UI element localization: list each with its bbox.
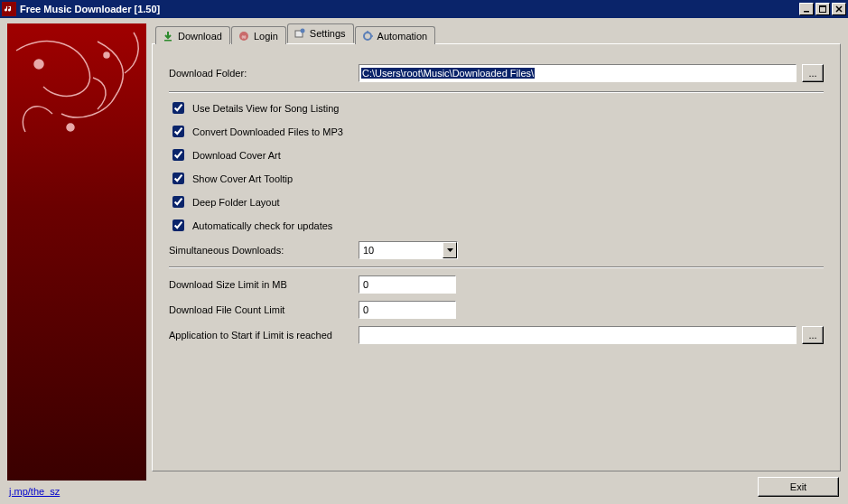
app-start-browse-button[interactable]: ... (802, 326, 824, 344)
svg-point-3 (34, 60, 43, 69)
divider (169, 266, 824, 268)
count-limit-input[interactable]: 0 (359, 301, 456, 319)
check-cover-tooltip-box[interactable] (172, 173, 184, 184)
tab-automation[interactable]: Automation (355, 26, 436, 44)
svg-rect-2 (820, 6, 826, 8)
svg-point-11 (364, 33, 371, 40)
svg-point-10 (300, 29, 304, 33)
count-limit-value: 0 (363, 304, 368, 315)
settings-panel: Download Folder: C:\Users\root\Music\Dow… (152, 43, 841, 471)
maximize-button[interactable] (815, 3, 830, 15)
tab-label: Login (254, 31, 278, 42)
chevron-down-icon (443, 242, 457, 258)
tabstrip: Download ∞ Login Settings Automation (155, 23, 841, 43)
check-deep-folder-box[interactable] (172, 196, 184, 208)
svg-rect-6 (164, 40, 172, 42)
automation-icon (361, 30, 374, 42)
simul-downloads-select[interactable]: 10 (359, 241, 458, 259)
download-folder-label: Download Folder: (169, 64, 359, 82)
svg-rect-0 (804, 11, 809, 13)
size-limit-label: Download Size Limit in MB (169, 279, 359, 290)
tab-label: Automation (377, 31, 428, 42)
svg-point-5 (67, 124, 74, 131)
footer-link[interactable]: j.mp/the_sz (9, 486, 146, 497)
check-label: Use Details View for Song Listing (192, 103, 339, 114)
size-limit-value: 0 (363, 279, 368, 290)
app-start-input[interactable] (359, 326, 797, 344)
sidebar: j.mp/the_sz (2, 18, 146, 502)
check-details-view-box[interactable] (172, 102, 184, 114)
check-label: Convert Downloaded Files to MP3 (192, 126, 343, 137)
check-label: Show Cover Art Tooltip (192, 173, 293, 184)
download-folder-input[interactable]: C:\Users\root\Music\Downloaded Files\ (359, 64, 797, 82)
minimize-button[interactable] (799, 3, 814, 15)
simul-downloads-value: 10 (363, 245, 443, 256)
tab-settings[interactable]: Settings (287, 23, 354, 43)
check-convert-mp3[interactable]: Convert Downloaded Files to MP3 (169, 123, 824, 140)
tab-download[interactable]: Download (155, 26, 230, 44)
svg-point-4 (104, 52, 109, 58)
size-limit-input[interactable]: 0 (359, 275, 456, 294)
simul-downloads-label: Simultaneous Downloads: (169, 245, 359, 256)
check-cover-tooltip[interactable]: Show Cover Art Tooltip (169, 170, 824, 187)
titlebar: Free Music Downloader [1.50] (0, 0, 848, 18)
check-label: Automatically check for updates (192, 220, 332, 231)
download-icon (162, 30, 174, 42)
svg-text:∞: ∞ (241, 33, 246, 40)
check-label: Deep Folder Layout (192, 197, 280, 208)
download-folder-value: C:\Users\root\Music\Downloaded Files\ (361, 68, 535, 79)
tab-label: Download (178, 31, 222, 42)
app-start-label: Application to Start if Limit is reached (169, 330, 359, 341)
settings-icon (294, 27, 306, 40)
check-cover-art[interactable]: Download Cover Art (169, 146, 824, 163)
app-icon (2, 2, 16, 16)
check-auto-update[interactable]: Automatically check for updates (169, 217, 824, 234)
sidebar-art (7, 23, 146, 481)
window-title: Free Music Downloader [1.50] (20, 4, 797, 14)
close-button[interactable] (832, 3, 846, 15)
check-label: Download Cover Art (192, 150, 281, 161)
login-icon: ∞ (238, 30, 250, 42)
divider (169, 91, 824, 93)
count-limit-label: Download File Count Limit (169, 304, 359, 315)
browse-folder-button[interactable]: ... (802, 64, 824, 82)
check-auto-update-box[interactable] (172, 219, 184, 231)
tab-login[interactable]: ∞ Login (231, 26, 286, 44)
check-details-view[interactable]: Use Details View for Song Listing (169, 99, 824, 117)
check-convert-mp3-box[interactable] (172, 126, 184, 137)
tab-label: Settings (310, 28, 346, 39)
exit-button[interactable]: Exit (758, 477, 839, 497)
check-deep-folder[interactable]: Deep Folder Layout (169, 193, 824, 210)
check-cover-art-box[interactable] (172, 149, 184, 161)
